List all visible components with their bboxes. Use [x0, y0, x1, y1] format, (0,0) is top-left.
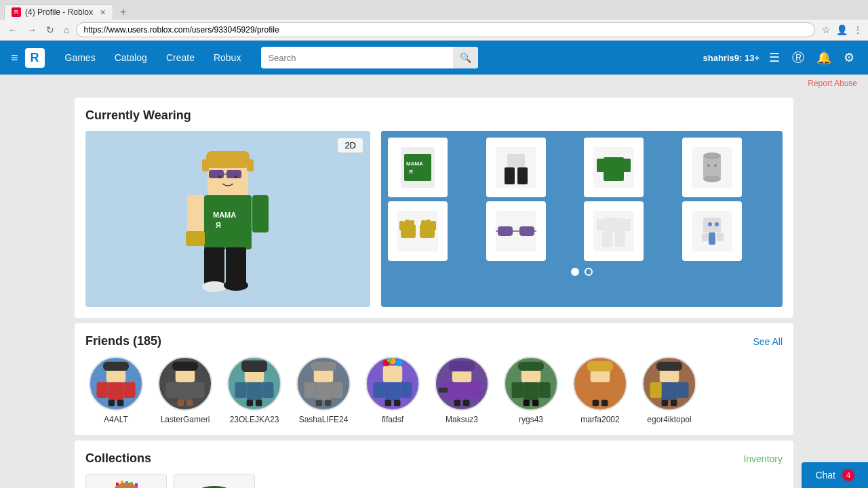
wearing-item[interactable]: [682, 201, 742, 261]
see-all-link[interactable]: See All: [753, 336, 783, 347]
friend-item[interactable]: rygs43: [500, 357, 561, 424]
collection-item[interactable]: [174, 474, 255, 488]
search-button[interactable]: 🔍: [453, 47, 478, 68]
dot-1[interactable]: [571, 268, 579, 276]
nav-robux[interactable]: Robux: [204, 41, 250, 75]
svg-rect-71: [117, 400, 124, 407]
items-grid-container: MAMA Я: [381, 131, 783, 307]
nav-catalog[interactable]: Catalog: [105, 41, 157, 75]
svg-rect-109: [454, 400, 461, 407]
items-grid: MAMA Я: [388, 138, 776, 261]
svg-rect-104: [449, 361, 475, 371]
friend-name: LasterGameri: [161, 415, 210, 424]
friend-item[interactable]: 23OLEJKA23: [224, 357, 285, 424]
friend-name: 23OLEJKA23: [230, 415, 279, 424]
svg-rect-47: [498, 226, 513, 236]
wearing-item[interactable]: [584, 138, 644, 197]
chat-badge: 4: [842, 469, 854, 481]
svg-rect-121: [581, 382, 593, 398]
svg-point-63: [708, 222, 712, 226]
svg-rect-10: [187, 195, 203, 232]
collections-list: [85, 474, 783, 488]
friend-avatar: [296, 357, 351, 411]
svg-rect-123: [593, 400, 599, 407]
svg-rect-131: [671, 400, 677, 407]
menu-icon[interactable]: ⋮: [853, 24, 863, 35]
svg-rect-102: [394, 400, 401, 407]
svg-rect-25: [505, 167, 515, 184]
search-input[interactable]: [261, 53, 453, 63]
tab-title: (4) Profile - Roblox: [25, 7, 93, 17]
svg-rect-82: [235, 382, 247, 398]
svg-text:MAMA: MAMA: [406, 161, 423, 167]
friend-name: A4ALT: [104, 415, 128, 424]
collection-item[interactable]: [85, 474, 167, 488]
svg-rect-112: [518, 362, 544, 371]
svg-rect-5: [202, 159, 209, 171]
new-tab-button[interactable]: +: [115, 6, 132, 18]
svg-rect-108: [469, 382, 481, 398]
home-button[interactable]: ⌂: [61, 23, 72, 37]
2d-toggle-button[interactable]: 2D: [337, 138, 363, 153]
svg-rect-68: [97, 382, 108, 398]
svg-rect-89: [304, 382, 316, 398]
dot-2[interactable]: [585, 268, 593, 276]
svg-rect-56: [602, 232, 612, 247]
chat-button[interactable]: Chat 4: [802, 462, 868, 488]
svg-rect-83: [262, 382, 273, 398]
friend-name: rygs43: [519, 415, 543, 424]
avatar-svg: MAMA Я: [174, 131, 282, 307]
url-bar[interactable]: [76, 22, 815, 37]
settings-icon[interactable]: ⚙: [841, 47, 857, 68]
nav-create[interactable]: Create: [157, 41, 204, 75]
wearing-item[interactable]: [388, 201, 448, 261]
friend-item[interactable]: A4ALT: [85, 357, 146, 424]
user-icon[interactable]: 👤: [836, 24, 848, 35]
feed-icon[interactable]: ☰: [766, 47, 783, 68]
svg-rect-122: [608, 382, 619, 398]
svg-rect-66: [103, 362, 129, 371]
currently-wearing-section: Currently Wearing 2D MAMA Я: [75, 98, 793, 318]
svg-rect-120: [593, 382, 608, 401]
friend-item[interactable]: LasterGameri: [155, 357, 216, 424]
svg-point-97: [387, 357, 392, 363]
tab-close-button[interactable]: ✕: [100, 8, 106, 17]
forward-button[interactable]: →: [24, 23, 39, 37]
wearing-item[interactable]: MAMA Я: [388, 138, 448, 197]
currently-wearing-title: Currently Wearing: [85, 108, 191, 123]
nav-username: shahris9: 13+: [703, 53, 760, 63]
svg-rect-41: [410, 220, 414, 228]
svg-rect-24: [507, 154, 525, 167]
refresh-button[interactable]: ↻: [43, 23, 57, 37]
wearing-item[interactable]: [486, 138, 546, 197]
browser-tab[interactable]: R (4) Profile - Roblox ✕: [4, 4, 113, 20]
svg-point-17: [218, 176, 221, 178]
notifications-icon[interactable]: 🔔: [814, 47, 834, 68]
friend-name: Maksuz3: [446, 415, 478, 424]
svg-point-96: [396, 360, 403, 367]
inventory-link[interactable]: Inventory: [743, 453, 783, 464]
back-button[interactable]: ←: [5, 23, 20, 37]
wearing-item[interactable]: [486, 201, 546, 261]
friend-item[interactable]: marfa2002: [570, 357, 631, 424]
svg-rect-70: [108, 400, 115, 407]
svg-rect-81: [247, 382, 262, 401]
friend-avatar: [366, 357, 420, 411]
roblox-logo[interactable]: R: [25, 48, 45, 68]
svg-rect-100: [400, 382, 412, 398]
svg-rect-115: [538, 382, 550, 398]
svg-rect-55: [622, 219, 631, 231]
bookmark-icon[interactable]: ☆: [822, 24, 831, 35]
wearing-item[interactable]: [682, 138, 742, 197]
friend-item[interactable]: Maksuz3: [431, 357, 492, 424]
friend-item[interactable]: SashaLIFE24: [293, 357, 354, 424]
svg-rect-87: [311, 362, 336, 371]
report-abuse-link[interactable]: Report Abuse: [11, 75, 857, 92]
robux-icon[interactable]: Ⓡ: [789, 47, 807, 68]
svg-rect-127: [662, 382, 677, 401]
nav-games[interactable]: Games: [56, 41, 105, 75]
friend-item[interactable]: fifadsf: [362, 357, 423, 424]
friend-item[interactable]: egor4iktopol: [639, 357, 700, 424]
hamburger-menu[interactable]: ≡: [11, 51, 18, 65]
wearing-item[interactable]: [584, 201, 644, 261]
